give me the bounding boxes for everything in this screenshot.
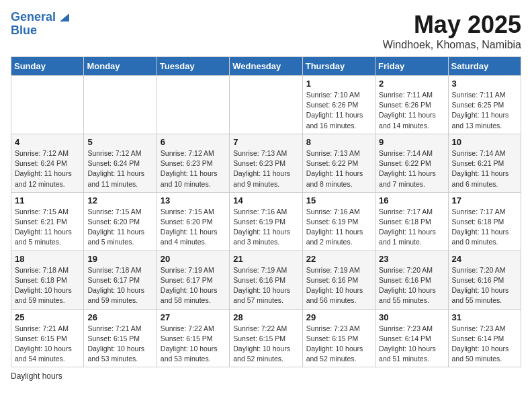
day-number: 6: [161, 137, 226, 147]
day-info: Sunrise: 7:23 AMSunset: 6:14 PMDaylight:…: [452, 324, 517, 365]
calendar-cell: 31Sunrise: 7:23 AMSunset: 6:14 PMDayligh…: [448, 309, 521, 367]
calendar-cell: 10Sunrise: 7:14 AMSunset: 6:21 PMDayligh…: [448, 134, 521, 192]
day-info: Sunrise: 7:19 AMSunset: 6:16 PMDaylight:…: [306, 265, 371, 306]
day-number: 11: [15, 195, 80, 205]
day-info: Sunrise: 7:13 AMSunset: 6:22 PMDaylight:…: [306, 148, 371, 189]
calendar-cell: 19Sunrise: 7:18 AMSunset: 6:17 PMDayligh…: [84, 250, 157, 309]
weekday-header-saturday: Saturday: [448, 57, 521, 76]
day-info: Sunrise: 7:17 AMSunset: 6:18 PMDaylight:…: [452, 207, 517, 248]
day-number: 5: [87, 137, 152, 147]
day-info: Sunrise: 7:15 AMSunset: 6:20 PMDaylight:…: [87, 207, 152, 248]
weekday-header-thursday: Thursday: [302, 57, 375, 76]
calendar-cell: 25Sunrise: 7:21 AMSunset: 6:15 PMDayligh…: [11, 309, 84, 367]
day-info: Sunrise: 7:23 AMSunset: 6:15 PMDaylight:…: [306, 324, 371, 365]
logo-icon: [57, 9, 72, 24]
day-number: 20: [161, 254, 226, 264]
logo: General Blue: [11, 11, 72, 38]
day-info: Sunrise: 7:17 AMSunset: 6:18 PMDaylight:…: [379, 207, 444, 248]
calendar-cell: [11, 76, 84, 134]
logo-blue-text: Blue: [11, 24, 37, 38]
day-number: 3: [452, 79, 517, 89]
calendar-week-2: 4Sunrise: 7:12 AMSunset: 6:24 PMDaylight…: [11, 134, 521, 192]
day-info: Sunrise: 7:15 AMSunset: 6:21 PMDaylight:…: [15, 207, 80, 248]
calendar-cell: 24Sunrise: 7:20 AMSunset: 6:16 PMDayligh…: [448, 250, 521, 309]
day-number: 31: [452, 312, 517, 322]
calendar-cell: 26Sunrise: 7:21 AMSunset: 6:15 PMDayligh…: [84, 309, 157, 367]
page-header: General Blue May 2025 Windhoek, Khomas, …: [11, 11, 521, 51]
weekday-header-friday: Friday: [375, 57, 448, 76]
calendar-body: 1Sunrise: 7:10 AMSunset: 6:26 PMDaylight…: [11, 76, 521, 367]
weekday-header-sunday: Sunday: [11, 57, 84, 76]
day-info: Sunrise: 7:12 AMSunset: 6:24 PMDaylight:…: [87, 148, 152, 189]
svg-marker-0: [60, 13, 69, 21]
calendar-cell: 22Sunrise: 7:19 AMSunset: 6:16 PMDayligh…: [302, 250, 375, 309]
day-info: Sunrise: 7:12 AMSunset: 6:23 PMDaylight:…: [161, 148, 226, 189]
day-info: Sunrise: 7:16 AMSunset: 6:19 PMDaylight:…: [306, 207, 371, 248]
calendar-cell: 30Sunrise: 7:23 AMSunset: 6:14 PMDayligh…: [375, 309, 448, 367]
day-number: 28: [233, 312, 298, 322]
title-block: May 2025 Windhoek, Khomas, Namibia: [383, 11, 521, 51]
day-number: 27: [161, 312, 226, 322]
day-number: 22: [306, 254, 371, 264]
day-info: Sunrise: 7:23 AMSunset: 6:14 PMDaylight:…: [379, 324, 444, 365]
weekday-header-tuesday: Tuesday: [157, 57, 229, 76]
day-info: Sunrise: 7:19 AMSunset: 6:17 PMDaylight:…: [161, 265, 226, 306]
day-number: 25: [15, 312, 80, 322]
calendar-cell: [84, 76, 157, 134]
day-info: Sunrise: 7:19 AMSunset: 6:16 PMDaylight:…: [233, 265, 298, 306]
day-info: Sunrise: 7:14 AMSunset: 6:22 PMDaylight:…: [379, 148, 444, 189]
calendar-cell: 16Sunrise: 7:17 AMSunset: 6:18 PMDayligh…: [375, 192, 448, 250]
day-info: Sunrise: 7:16 AMSunset: 6:19 PMDaylight:…: [233, 207, 298, 248]
day-number: 12: [87, 195, 152, 205]
day-info: Sunrise: 7:20 AMSunset: 6:16 PMDaylight:…: [452, 265, 517, 306]
day-info: Sunrise: 7:20 AMSunset: 6:16 PMDaylight:…: [379, 265, 444, 306]
calendar-cell: 28Sunrise: 7:22 AMSunset: 6:15 PMDayligh…: [230, 309, 302, 367]
calendar-cell: 27Sunrise: 7:22 AMSunset: 6:15 PMDayligh…: [157, 309, 229, 367]
calendar-cell: 4Sunrise: 7:12 AMSunset: 6:24 PMDaylight…: [11, 134, 84, 192]
calendar-week-5: 25Sunrise: 7:21 AMSunset: 6:15 PMDayligh…: [11, 309, 521, 367]
day-number: 10: [452, 137, 517, 147]
calendar-cell: 2Sunrise: 7:11 AMSunset: 6:26 PMDaylight…: [375, 76, 448, 134]
calendar-cell: 29Sunrise: 7:23 AMSunset: 6:15 PMDayligh…: [302, 309, 375, 367]
day-number: 21: [233, 254, 298, 264]
day-info: Sunrise: 7:22 AMSunset: 6:15 PMDaylight:…: [161, 324, 226, 365]
day-number: 14: [233, 195, 298, 205]
calendar-cell: 17Sunrise: 7:17 AMSunset: 6:18 PMDayligh…: [448, 192, 521, 250]
logo-text: General: [11, 11, 56, 24]
day-number: 24: [452, 254, 517, 264]
day-number: 19: [87, 254, 152, 264]
day-number: 1: [306, 79, 371, 89]
calendar-cell: 5Sunrise: 7:12 AMSunset: 6:24 PMDaylight…: [84, 134, 157, 192]
month-title: May 2025: [383, 11, 521, 39]
weekday-header-monday: Monday: [84, 57, 157, 76]
weekday-header-wednesday: Wednesday: [230, 57, 302, 76]
calendar-week-3: 11Sunrise: 7:15 AMSunset: 6:21 PMDayligh…: [11, 192, 521, 250]
calendar-cell: 15Sunrise: 7:16 AMSunset: 6:19 PMDayligh…: [302, 192, 375, 250]
day-number: 26: [87, 312, 152, 322]
day-number: 30: [379, 312, 444, 322]
day-number: 7: [233, 137, 298, 147]
day-info: Sunrise: 7:11 AMSunset: 6:25 PMDaylight:…: [452, 90, 517, 131]
day-number: 16: [379, 195, 444, 205]
calendar-week-1: 1Sunrise: 7:10 AMSunset: 6:26 PMDaylight…: [11, 76, 521, 134]
calendar-cell: [157, 76, 229, 134]
day-number: 13: [161, 195, 226, 205]
day-info: Sunrise: 7:18 AMSunset: 6:18 PMDaylight:…: [15, 265, 80, 306]
calendar-cell: 18Sunrise: 7:18 AMSunset: 6:18 PMDayligh…: [11, 250, 84, 309]
calendar-cell: 6Sunrise: 7:12 AMSunset: 6:23 PMDaylight…: [157, 134, 229, 192]
day-number: 23: [379, 254, 444, 264]
day-number: 2: [379, 79, 444, 89]
day-number: 8: [306, 137, 371, 147]
calendar-cell: 7Sunrise: 7:13 AMSunset: 6:23 PMDaylight…: [230, 134, 302, 192]
day-info: Sunrise: 7:11 AMSunset: 6:26 PMDaylight:…: [379, 90, 444, 131]
location: Windhoek, Khomas, Namibia: [383, 39, 521, 51]
calendar-cell: 13Sunrise: 7:15 AMSunset: 6:20 PMDayligh…: [157, 192, 229, 250]
calendar-cell: 20Sunrise: 7:19 AMSunset: 6:17 PMDayligh…: [157, 250, 229, 309]
day-number: 18: [15, 254, 80, 264]
footer: Daylight hours: [11, 371, 521, 381]
day-info: Sunrise: 7:21 AMSunset: 6:15 PMDaylight:…: [87, 324, 152, 365]
day-info: Sunrise: 7:12 AMSunset: 6:24 PMDaylight:…: [15, 148, 80, 189]
calendar-table: SundayMondayTuesdayWednesdayThursdayFrid…: [11, 56, 521, 367]
calendar-cell: [230, 76, 302, 134]
day-info: Sunrise: 7:15 AMSunset: 6:20 PMDaylight:…: [161, 207, 226, 248]
